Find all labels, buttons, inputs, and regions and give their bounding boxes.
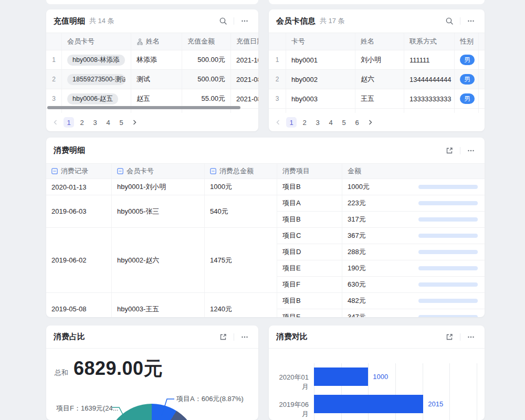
group-row[interactable]: 2019-06-02 hby0002-赵六 1475元 bbox=[46, 228, 277, 293]
bar-category-label: 2020年01月 bbox=[274, 373, 309, 392]
pagination: 1 2 3 4 5 6 bbox=[273, 117, 375, 128]
bar-row[interactable]: 2015 bbox=[314, 395, 477, 413]
next-page-icon[interactable] bbox=[129, 117, 140, 128]
col-header-amount[interactable]: 金额 bbox=[342, 164, 485, 178]
col-header-date[interactable]: 充值日期 bbox=[231, 33, 258, 50]
group-row[interactable]: 2019-06-03 hby0005-张三 540元 bbox=[46, 195, 277, 228]
panel-consumption-compare: 消费对比 2020年01月 2019年06月 1000 2015 bbox=[269, 326, 485, 420]
bar-category-label: 2019年06月 bbox=[274, 400, 309, 419]
col-header-gender[interactable]: 性别 bbox=[455, 33, 479, 50]
total-value: 6829.00元 bbox=[74, 356, 163, 382]
group-row[interactable]: 2020-01-13 hby0001-刘小明 1000元 bbox=[46, 179, 277, 195]
table-row[interactable]: 2 18559273500-测试 测试 500.00元 2021-08 bbox=[46, 70, 258, 89]
more-icon[interactable] bbox=[465, 331, 477, 343]
card-above-right-edge bbox=[269, 0, 485, 4]
table-row[interactable]: 2 hby0002 赵六 13444444444 男 bbox=[269, 70, 485, 89]
table-row-partial bbox=[269, 109, 485, 113]
col-header-card[interactable]: 卡号 bbox=[286, 33, 355, 50]
col-header-name[interactable]: 姓名 bbox=[355, 33, 404, 50]
page-2[interactable]: 2 bbox=[77, 117, 87, 128]
col-header-card[interactable]: 会员卡号 bbox=[112, 164, 205, 178]
amount-bar bbox=[418, 266, 478, 270]
item-row[interactable]: 项目B 317元 bbox=[277, 212, 485, 228]
panel-consumption-details: 消费明细 消费记录 会员卡号 消费总金额 消费项目 金额 bbox=[46, 138, 485, 317]
more-icon[interactable] bbox=[465, 144, 477, 157]
page-3[interactable]: 3 bbox=[90, 117, 100, 128]
item-row[interactable]: 项目C 367元 bbox=[277, 228, 485, 244]
more-icon[interactable] bbox=[238, 15, 251, 27]
panel-consumption-header: 消费明细 bbox=[46, 138, 485, 163]
more-icon[interactable] bbox=[238, 331, 251, 343]
col-header-amount[interactable]: 充值金额 bbox=[182, 33, 231, 50]
page-3[interactable]: 3 bbox=[312, 117, 323, 128]
item-row[interactable]: 项目B 482元 bbox=[277, 293, 485, 309]
page-5[interactable]: 5 bbox=[116, 117, 127, 128]
col-header-total[interactable]: 消费总金额 bbox=[205, 164, 277, 178]
panel-member-header: 会员卡信息 共 17 条 bbox=[269, 9, 485, 33]
item-row[interactable]: 项目E 190元 bbox=[277, 260, 485, 277]
collapse-group-icon bbox=[51, 168, 58, 174]
page-4[interactable]: 4 bbox=[326, 117, 336, 128]
prev-page-icon[interactable] bbox=[50, 117, 61, 128]
record-count: 共 17 条 bbox=[320, 16, 345, 26]
table-row-partial bbox=[46, 109, 258, 113]
record-count: 共 14 条 bbox=[89, 16, 114, 26]
bar-2019-06 bbox=[314, 395, 423, 413]
search-icon[interactable] bbox=[217, 15, 229, 27]
more-icon[interactable] bbox=[465, 15, 477, 27]
page-5[interactable]: 5 bbox=[339, 117, 349, 128]
table-row[interactable]: 1 hby0001 刘小明 111111 男 bbox=[269, 50, 485, 70]
item-row[interactable]: 项目B 1000元 bbox=[277, 179, 485, 195]
bar-value-label: 2015 bbox=[428, 400, 443, 408]
bar-value-label: 1000 bbox=[373, 373, 388, 381]
panel-title: 消费占比 bbox=[54, 332, 85, 342]
consumption-header-row: 消费记录 会员卡号 消费总金额 消费项目 金额 bbox=[46, 163, 485, 179]
divider bbox=[234, 17, 234, 25]
item-row[interactable]: 项目F 630元 bbox=[277, 277, 485, 293]
col-header-card[interactable]: 会员卡号 bbox=[62, 33, 131, 50]
page-2[interactable]: 2 bbox=[299, 117, 310, 128]
amount-bar bbox=[418, 201, 478, 205]
dashboard-page: { "colors": { "accent_blue": "#3370ff", … bbox=[0, 0, 525, 420]
item-row-partial[interactable]: 项目F 347元 bbox=[277, 309, 485, 317]
panel-title: 消费明细 bbox=[54, 145, 85, 155]
next-page-icon[interactable] bbox=[365, 117, 375, 128]
group-row[interactable]: 2019-05-08 hby0003-王五 1240元 bbox=[46, 293, 277, 317]
horizontal-scrollbar[interactable] bbox=[47, 106, 240, 109]
bar-chart-plot: 1000 2015 bbox=[314, 363, 477, 420]
prev-page-icon[interactable] bbox=[273, 117, 284, 128]
amount-bar bbox=[418, 315, 478, 317]
open-in-new-icon[interactable] bbox=[443, 331, 456, 343]
open-in-new-icon[interactable] bbox=[217, 331, 229, 343]
bar-row[interactable]: 1000 bbox=[314, 368, 477, 386]
table-header-row: 会员卡号 姓名 充值金额 充值日期 bbox=[46, 33, 258, 50]
table-row[interactable]: 1 hby0008-林添添 林添添 500.00元 2021-10 bbox=[46, 50, 258, 70]
pie-total: 总和 6829.00元 bbox=[46, 349, 258, 382]
item-row[interactable]: 项目A 223元 bbox=[277, 195, 485, 212]
panel-bar-header: 消费对比 bbox=[269, 326, 485, 348]
search-icon[interactable] bbox=[443, 15, 456, 27]
col-header-record[interactable]: 消费记录 bbox=[46, 164, 112, 178]
col-header-phone[interactable]: 联系方式 bbox=[404, 33, 455, 50]
card-number-tag: hby0008-林添添 bbox=[67, 55, 125, 66]
page-1[interactable]: 1 bbox=[64, 117, 74, 128]
pagination: 1 2 3 4 5 bbox=[50, 117, 140, 128]
panel-pie-header: 消费占比 bbox=[46, 326, 258, 348]
open-in-new-icon[interactable] bbox=[443, 144, 456, 157]
bar-2020-01 bbox=[314, 368, 368, 386]
lookup-icon bbox=[136, 38, 143, 45]
col-header-name[interactable]: 姓名 bbox=[131, 33, 182, 50]
col-header-project[interactable]: 消费项目 bbox=[277, 164, 342, 178]
page-1[interactable]: 1 bbox=[286, 117, 297, 128]
group-columns: 2020-01-13 hby0001-刘小明 1000元 2019-06-03 … bbox=[46, 179, 277, 317]
page-4[interactable]: 4 bbox=[103, 117, 113, 128]
panel-recharge-details: 充值明细 共 14 条 会员卡号 姓名 充值金额 充值日期 1 hby0008-… bbox=[46, 9, 258, 131]
amount-bar bbox=[418, 250, 478, 254]
item-row[interactable]: 项目D 288元 bbox=[277, 244, 485, 260]
collapse-group-icon bbox=[210, 168, 216, 174]
gender-badge: 男 bbox=[460, 93, 475, 104]
page-6[interactable]: 6 bbox=[352, 117, 362, 128]
pie-chart[interactable] bbox=[105, 404, 198, 420]
table-row[interactable]: 3 hby0003 王五 13333333333 男 bbox=[269, 89, 485, 109]
pie-label-project-f: 项目F：1639元(24... bbox=[56, 404, 119, 413]
